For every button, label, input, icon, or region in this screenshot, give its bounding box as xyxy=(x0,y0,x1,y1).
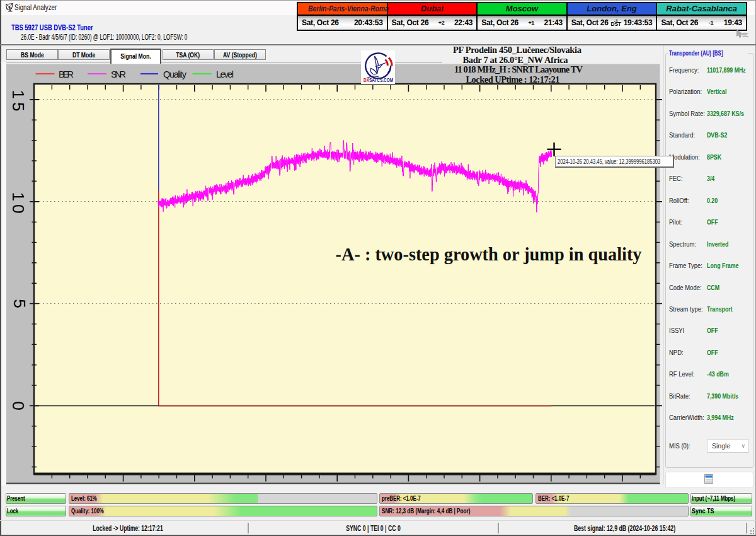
svg-text:-A- : two-step growth or jump: -A- : two-step growth or jump in quality xyxy=(336,244,642,264)
svg-text:5: 5 xyxy=(10,299,29,311)
svg-text:Quality: Quality xyxy=(163,69,187,79)
svg-text:0: 0 xyxy=(9,401,28,413)
svg-text:Badr 7 at 26.0°E_NW Africa: Badr 7 at 26.0°E_NW Africa xyxy=(463,55,569,65)
svg-text:11 018 MHz_H : SNRT Laayoune T: 11 018 MHz_H : SNRT Laayoune TV xyxy=(454,64,583,74)
svg-text:SNR: SNR xyxy=(111,69,126,79)
svg-text:BER: BER xyxy=(59,69,74,79)
svg-text:Level: Level xyxy=(216,69,234,79)
svg-text:PF Prodelin 450_Lučenec/Slovak: PF Prodelin 450_Lučenec/Slovakia xyxy=(453,45,582,55)
svg-text:15: 15 xyxy=(9,90,28,115)
svg-text:DXSATCS.COM: DXSATCS.COM xyxy=(364,77,393,83)
svg-text:Locked UPtime : 12:17:21: Locked UPtime : 12:17:21 xyxy=(466,74,560,84)
svg-text:10: 10 xyxy=(9,192,28,217)
